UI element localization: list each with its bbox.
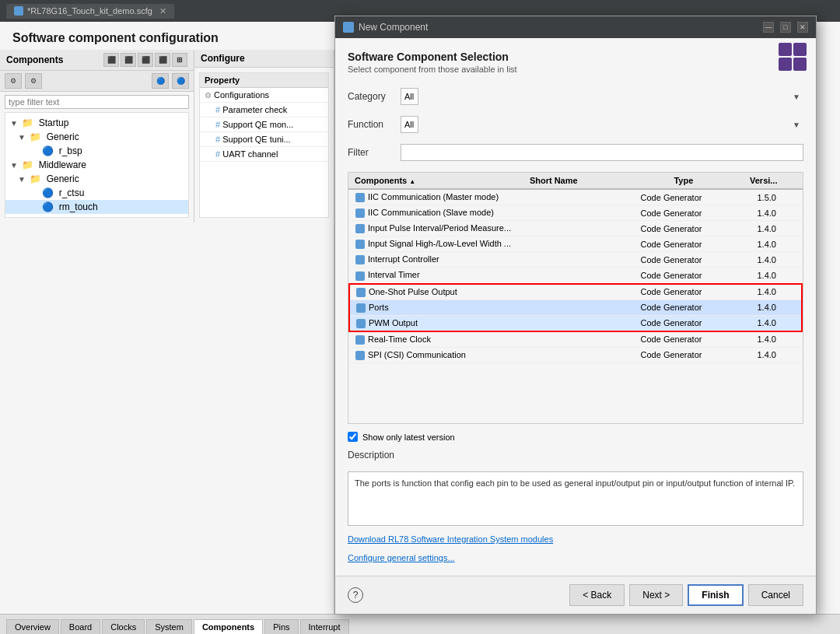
next-button[interactable]: Next > [629, 584, 683, 606]
tab-pins[interactable]: Pins [264, 619, 298, 634]
filter-text-input[interactable] [401, 144, 803, 161]
ide-tab[interactable]: *RL78G16_Touch_kit_demo.scfg ✕ [6, 4, 174, 19]
tab-clocks[interactable]: Clocks [102, 619, 145, 634]
back-button[interactable]: < Back [569, 584, 625, 606]
toolbar-btn-1[interactable]: ⬛ [103, 53, 119, 67]
bottom-tabs: Overview Board Clocks System Components … [0, 614, 840, 634]
config-row-uart[interactable]: # UART channel [200, 147, 328, 162]
dialog-section-title: Software Component Selection [348, 51, 803, 63]
components-header: Components ⬛ ⬛ ⬛ ⬛ ⊞ [0, 50, 194, 71]
comp-row-5[interactable]: Interval Timer Code Generator 1.4.0 [349, 268, 802, 284]
col-version: Versi... [744, 173, 790, 189]
show-latest-label: Show only latest version [362, 433, 455, 442]
components-toolbar: ⬛ ⬛ ⬛ ⬛ ⊞ [103, 53, 187, 67]
toolbar-icon-1[interactable]: ⚙ [5, 73, 22, 89]
tree-label-middleware: Middleware [39, 159, 86, 170]
comp-row-spi[interactable]: SPI (CSI) Communication Code Generator 1… [349, 347, 802, 363]
comp-icon-ports [356, 303, 366, 313]
config-item-0: Configurations [214, 90, 269, 100]
tab-components[interactable]: Components [194, 619, 263, 634]
tree-label-startup: Startup [39, 117, 69, 128]
tree-item-generic-startup[interactable]: ▼ 📁 Generic [5, 130, 188, 144]
tab-system[interactable]: System [146, 619, 192, 634]
comp-icon-rtc [355, 335, 365, 345]
comp-row-4[interactable]: Interrupt Controller Code Generator 1.4.… [349, 252, 802, 268]
comp-icon-4 [355, 255, 365, 264]
tab-board[interactable]: Board [61, 619, 100, 634]
configure-link[interactable]: Configure general settings... [348, 553, 455, 562]
property-col-header: Property [200, 73, 328, 88]
config-row-param[interactable]: # Parameter check [200, 103, 328, 117]
tree-label-generic-startup: Generic [47, 131, 79, 142]
comp-row-0[interactable]: IIC Communication (Master mode) Code Gen… [349, 190, 802, 205]
tree-item-generic-middleware[interactable]: ▼ 📁 Generic [5, 172, 188, 186]
tree-item-rbsp[interactable]: 🔵 r_bsp [5, 144, 188, 158]
config-row-qetuni[interactable]: # Support QE tuni... [200, 132, 328, 147]
cancel-button[interactable]: Cancel [748, 584, 803, 606]
description-text: The ports is function that config each p… [355, 478, 795, 488]
dialog-controls: — □ ✕ [763, 22, 808, 33]
dialog-title-area: New Component [343, 22, 428, 33]
download-link[interactable]: Download RL78 Software Integration Syste… [348, 534, 553, 544]
comp-row-ports[interactable]: Ports Code Generator 1.4.0 [349, 299, 802, 315]
comp-row-rtc[interactable]: Real-Time Clock Code Generator 1.4.0 [349, 331, 802, 348]
category-select-arrow-icon: ▼ [793, 93, 800, 101]
comp-icon-pwm [356, 319, 366, 328]
comp-icon-0 [355, 193, 365, 202]
comp-row-3[interactable]: Input Signal High-/Low-Level Width ... C… [349, 236, 802, 252]
config-item-1: Parameter check [222, 105, 287, 114]
configure-header: Configure [194, 50, 334, 68]
footer-buttons: < Back Next > Finish Cancel [569, 584, 803, 606]
category-label: Category [348, 91, 394, 102]
function-select-arrow-icon: ▼ [793, 121, 800, 129]
finish-button[interactable]: Finish [688, 584, 743, 606]
function-select-wrapper[interactable]: All ▼ [401, 116, 803, 133]
config-item-3: Support QE tuni... [222, 135, 290, 144]
dialog-header-area: Software Component Selection Select comp… [348, 51, 803, 80]
comp-row-pwm[interactable]: PWM Output Code Generator 1.4.0 [349, 315, 802, 331]
function-select[interactable]: All [401, 116, 418, 133]
category-select[interactable]: All [401, 88, 418, 105]
tree-view: ▼ 📁 Startup ▼ 📁 Generic [5, 112, 189, 218]
dialog-close-button[interactable]: ✕ [797, 22, 808, 33]
comp-row-6[interactable]: One-Shot Pulse Output Code Generator 1.4… [349, 284, 802, 300]
grid-logo-icon [779, 43, 807, 71]
tab-interrupt[interactable]: Interrupt [300, 619, 349, 634]
toolbar-icon-2[interactable]: ⚙ [25, 73, 42, 89]
tree-item-rmtouch[interactable]: 🔵 rm_touch [5, 200, 188, 214]
tab-label: *RL78G16_Touch_kit_demo.scfg [27, 6, 152, 16]
description-box: The ports is function that config each p… [348, 471, 803, 526]
function-row: Function All ▼ [348, 116, 803, 133]
toolbar-icon-4[interactable]: 🔵 [172, 73, 189, 89]
comp-row-2[interactable]: Input Pulse Interval/Period Measure... C… [349, 221, 802, 236]
ports-label: Ports [369, 303, 389, 312]
help-button[interactable]: ? [348, 587, 363, 603]
category-select-wrapper[interactable]: All ▼ [401, 88, 803, 105]
toolbar-icon-3[interactable]: 🔵 [152, 73, 169, 89]
minimize-button[interactable]: — [763, 22, 774, 33]
tab-overview[interactable]: Overview [6, 619, 59, 634]
toolbar-btn-3[interactable]: ⬛ [138, 53, 153, 67]
table-scroll-area[interactable]: IIC Communication (Master mode) Code Gen… [348, 190, 803, 423]
tab-close-icon[interactable]: ✕ [159, 6, 166, 16]
components-table-body: IIC Communication (Master mode) Code Gen… [348, 190, 803, 363]
left-panel: Components ⬛ ⬛ ⬛ ⬛ ⊞ ⚙ ⚙ [0, 50, 334, 614]
pwm-label: PWM Output [369, 318, 418, 328]
tree-item-middleware[interactable]: ▼ 📁 Middleware [5, 158, 188, 172]
config-row-qemon[interactable]: # Support QE mon... [200, 117, 328, 132]
comp-row-1[interactable]: IIC Communication (Slave mode) Code Gene… [349, 205, 802, 221]
filter-input[interactable] [5, 95, 189, 109]
toolbar-btn-2[interactable]: ⬛ [121, 53, 136, 67]
toolbar-btn-4[interactable]: ⬛ [155, 53, 170, 67]
config-table: Property ⚙ Configurations [199, 72, 329, 218]
config-item-2: Support QE mon... [222, 120, 293, 129]
dialog-subtitle: Select component from those available in… [348, 65, 803, 74]
tree-item-startup[interactable]: ▼ 📁 Startup [5, 116, 188, 130]
show-latest-row: Show only latest version [348, 432, 803, 442]
show-latest-checkbox[interactable] [348, 432, 358, 442]
config-row-configs[interactable]: ⚙ Configurations [200, 88, 328, 103]
tree-item-rctsu[interactable]: 🔵 r_ctsu [5, 186, 188, 200]
description-label: Description [348, 450, 803, 461]
maximize-button[interactable]: □ [780, 22, 791, 33]
toolbar-btn-5[interactable]: ⊞ [172, 53, 187, 67]
